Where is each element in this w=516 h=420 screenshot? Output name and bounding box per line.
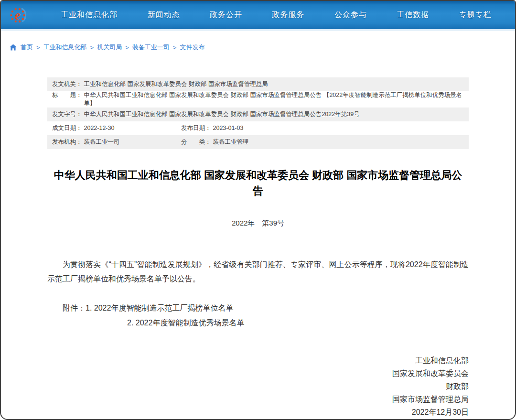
meta-value: 工业和信息化部 国家发展和改革委员会 财政部 国家市场监督管理总局 bbox=[84, 80, 268, 88]
breadcrumb-separator: > bbox=[90, 44, 94, 51]
attachment-item-1: 1. 2022年度智能制造示范工厂揭榜单位名单 bbox=[86, 304, 233, 312]
signature-line: 财政部 bbox=[47, 380, 469, 393]
nav-item-special[interactable]: 专题专栏 bbox=[459, 10, 492, 20]
nav-item-gov-open[interactable]: 政务公开 bbox=[210, 10, 242, 20]
breadcrumb-item-equipment-dept[interactable]: 装备工业一司 bbox=[132, 43, 170, 52]
nav-item-public[interactable]: 公众参与 bbox=[334, 10, 367, 20]
nav-item-home[interactable]: 工业和信息化部 bbox=[61, 10, 118, 20]
meta-label: 标 题： bbox=[52, 91, 82, 108]
miit-logo-icon[interactable]: e bbox=[9, 4, 29, 26]
nav-item-data[interactable]: 工信数据 bbox=[397, 10, 429, 20]
meta-row-dates: 成文日期： 2022-12-30 发布日期： 2023-01-03 bbox=[47, 121, 469, 135]
meta-value: 装备工业管理 bbox=[213, 138, 249, 146]
meta-label: 成文日期： bbox=[52, 124, 82, 132]
meta-value: 中华人民共和国工业和信息化部 国家发展和改革委员会 财政部 国家市场监督管理总局… bbox=[84, 110, 360, 118]
signature-line: 国家市场监督管理总局 bbox=[47, 393, 469, 406]
meta-label: 发文机关： bbox=[52, 80, 82, 88]
signature-line: 国家发展和改革委员会 bbox=[47, 367, 469, 380]
breadcrumb: 首页 > 工业和信息化部 > 机关司局 > 装备工业一司 > 文件发布 bbox=[10, 43, 515, 52]
breadcrumb-item-home[interactable]: 首页 bbox=[21, 43, 33, 52]
signature-date: 2022年12月30日 bbox=[47, 406, 469, 419]
breadcrumb-separator: > bbox=[125, 44, 129, 51]
meta-row-doc-number: 发文字号： 中华人民共和国工业和信息化部 国家发展和改革委员会 财政部 国家市场… bbox=[47, 108, 469, 121]
nav-menu: 工业和信息化部 新闻动态 政务公开 政务服务 公众参与 工信数据 专题专栏 bbox=[29, 10, 508, 20]
breadcrumb-item-documents[interactable]: 文件发布 bbox=[180, 43, 204, 52]
issue-number: 2022年 第39号 bbox=[47, 219, 469, 228]
meta-label: 发文字号： bbox=[52, 110, 82, 118]
signature-line: 工业和信息化部 bbox=[47, 354, 469, 367]
attachment-line-1: 附件：1. 2022年度智能制造示范工厂揭榜单位名单 bbox=[47, 301, 469, 315]
nav-item-news[interactable]: 新闻动态 bbox=[148, 10, 180, 20]
meta-value: 中华人民共和国工业和信息化部 国家发展和改革委员会 财政部 国家市场监督管理总局… bbox=[84, 91, 464, 108]
document-paragraph: 为贯彻落实《“十四五”智能制造发展规划》，经省级有关部门推荐、专家评审、网上公示… bbox=[47, 258, 469, 286]
document-meta-table: 发文机关： 工业和信息化部 国家发展和改革委员会 财政部 国家市场监督管理总局 … bbox=[47, 77, 469, 149]
meta-row-title: 标 题： 中华人民共和国工业和信息化部 国家发展和改革委员会 财政部 国家市场监… bbox=[47, 91, 469, 108]
document-title: 中华人民共和国工业和信息化部 国家发展和改革委员会 财政部 国家市场监督管理总局… bbox=[53, 167, 463, 199]
breadcrumb-item-departments[interactable]: 机关司局 bbox=[97, 43, 122, 52]
document-content: 发文机关： 工业和信息化部 国家发展和改革委员会 财政部 国家市场监督管理总局 … bbox=[47, 77, 469, 419]
top-nav: e 工业和信息化部 新闻动态 政务公开 政务服务 公众参与 工信数据 专题专栏 bbox=[1, 1, 515, 31]
breadcrumb-separator: > bbox=[36, 44, 40, 51]
attachments-list: 附件：1. 2022年度智能制造示范工厂揭榜单位名单 2. 2022年度智能制造… bbox=[47, 301, 469, 330]
meta-value: 2022-12-30 bbox=[84, 124, 115, 132]
meta-label: 发布日期： bbox=[181, 124, 211, 132]
meta-row-publisher: 发布机构： 装备工业一司 分 类： 装备工业管理 bbox=[47, 135, 469, 149]
breadcrumb-item-miit[interactable]: 工业和信息化部 bbox=[43, 43, 87, 52]
home-icon[interactable] bbox=[10, 44, 17, 51]
meta-row-issuing-agency: 发文机关： 工业和信息化部 国家发展和改革委员会 财政部 国家市场监督管理总局 bbox=[47, 77, 469, 91]
meta-label: 分 类： bbox=[181, 138, 211, 146]
attachments-label: 附件： bbox=[63, 304, 86, 312]
signature-block: 工业和信息化部 国家发展和改革委员会 财政部 国家市场监督管理总局 2022年1… bbox=[47, 354, 469, 419]
nav-item-gov-service[interactable]: 政务服务 bbox=[272, 10, 304, 20]
breadcrumb-separator: > bbox=[173, 44, 177, 51]
page: e 工业和信息化部 新闻动态 政务公开 政务服务 公众参与 工信数据 专题专栏 … bbox=[0, 0, 516, 420]
attachment-item-2: 2. 2022年度智能制造优秀场景名单 bbox=[47, 315, 469, 330]
meta-value: 2023-01-03 bbox=[213, 124, 244, 132]
svg-text:e: e bbox=[15, 8, 21, 22]
meta-label: 发布机构： bbox=[52, 138, 82, 146]
meta-value: 装备工业一司 bbox=[84, 138, 120, 146]
